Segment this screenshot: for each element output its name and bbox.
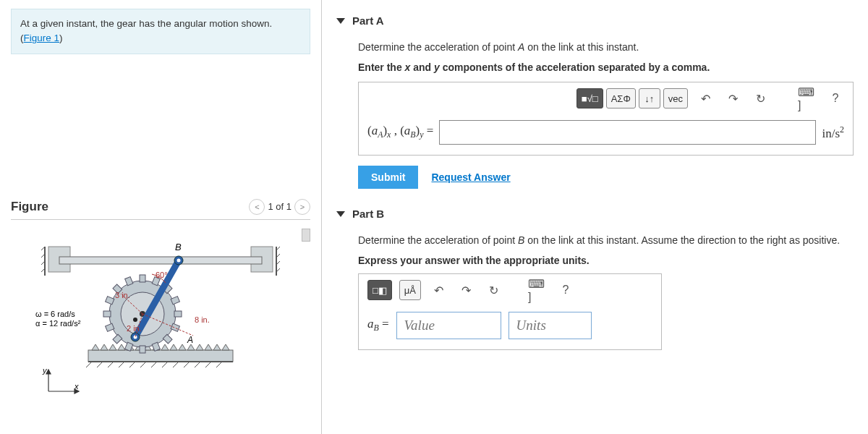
part-a-units: in/s2	[822, 124, 844, 141]
part-b-answer-box: □◧ μÅ ↶ ↷ ↻ ⌨ ] ? aB =	[358, 273, 662, 350]
svg-point-53	[177, 258, 181, 262]
subsup-button[interactable]: ↓↑	[639, 88, 660, 109]
svg-line-22	[162, 362, 168, 367]
pager-label: 1 of 1	[268, 201, 292, 212]
part-a-title: Part A	[352, 14, 384, 27]
units-b-button[interactable]: μÅ	[399, 280, 421, 300]
figure-title: Figure	[11, 200, 48, 214]
svg-line-20	[140, 362, 146, 367]
help-icon[interactable]: ?	[825, 88, 846, 109]
pager-prev-button[interactable]: <	[249, 199, 265, 215]
problem-intro: At a given instant, the gear has the ang…	[11, 9, 310, 54]
part-a-prompt1: Determine the acceleration of point A on…	[358, 41, 854, 53]
part-a-header[interactable]: Part A	[336, 9, 854, 33]
greek-button[interactable]: ΑΣΦ	[606, 88, 636, 109]
svg-rect-37	[140, 346, 145, 353]
templates-b-button[interactable]: □◧	[367, 280, 392, 300]
templates-button[interactable]: ■√□	[576, 88, 603, 109]
reset-b-icon[interactable]: ↻	[483, 280, 503, 300]
label-angle: 60°	[156, 271, 168, 279]
label-r1: 3 in.	[115, 291, 130, 299]
svg-rect-34	[171, 323, 179, 331]
collapse-icon	[336, 211, 345, 217]
svg-marker-60	[46, 370, 51, 374]
svg-rect-12	[59, 257, 262, 264]
figure-pager: < 1 of 1 >	[249, 199, 310, 215]
svg-line-21	[151, 362, 157, 367]
label-B: B	[175, 242, 182, 252]
undo-b-icon[interactable]: ↶	[428, 280, 448, 300]
svg-rect-32	[171, 296, 179, 304]
vec-button[interactable]: vec	[663, 88, 688, 109]
part-b-units-input[interactable]	[509, 312, 592, 339]
part-a-prompt2: Enter the x and y components of the acce…	[358, 61, 854, 73]
request-answer-link[interactable]: Request Answer	[431, 171, 510, 183]
svg-line-19	[129, 362, 135, 367]
reset-icon[interactable]: ↻	[750, 88, 770, 109]
svg-line-18	[119, 362, 124, 367]
redo-icon[interactable]: ↷	[723, 88, 743, 109]
collapse-icon	[336, 18, 345, 24]
part-a-answer-box: ■√□ ΑΣΦ ↓↑ vec ↶ ↷ ↻ ⌨ ] ? (aA)x , (aB)y…	[358, 82, 854, 156]
svg-rect-44	[125, 276, 133, 285]
part-b-title: Part B	[352, 208, 384, 220]
svg-rect-33	[174, 311, 182, 317]
svg-line-16	[97, 362, 103, 367]
svg-rect-29	[140, 275, 145, 282]
label-r3: 8 in.	[195, 315, 210, 324]
help-b-icon[interactable]: ?	[556, 280, 576, 300]
part-a-lhs: (aA)x , (aB)y =	[367, 124, 433, 140]
part-b-lhs: aB =	[367, 317, 389, 333]
part-b-value-input[interactable]	[396, 312, 501, 339]
part-b-prompt2: Express your answer with the appropriate…	[358, 255, 854, 266]
part-b-prompt1: Determine the acceleration of point B on…	[358, 234, 854, 246]
svg-line-26	[205, 362, 211, 367]
svg-rect-40	[106, 323, 114, 331]
scroll-handle[interactable]	[302, 229, 310, 242]
svg-point-47	[133, 318, 137, 322]
part-b-header[interactable]: Part B	[336, 202, 854, 226]
svg-rect-42	[106, 296, 114, 304]
intro-text-after: )	[59, 33, 63, 43]
svg-line-15	[86, 362, 92, 367]
label-A: A	[187, 335, 193, 345]
label-x: x	[74, 382, 79, 391]
svg-rect-41	[103, 311, 111, 317]
svg-line-24	[184, 362, 190, 367]
keyboard-b-icon[interactable]: ⌨ ]	[528, 280, 548, 300]
label-alpha: α = 12 rad/s²	[35, 319, 81, 328]
svg-line-17	[108, 362, 114, 367]
svg-line-27	[216, 362, 222, 367]
label-omega: ω = 6 rad/s	[35, 310, 75, 318]
pager-next-button[interactable]: >	[294, 199, 310, 215]
svg-line-25	[195, 362, 200, 367]
label-r2: 2 in.	[127, 324, 142, 333]
undo-icon[interactable]: ↶	[695, 88, 715, 109]
figure-link[interactable]: Figure 1	[24, 33, 60, 43]
submit-button[interactable]: Submit	[358, 166, 418, 189]
figure-diagram: O	[27, 229, 294, 395]
redo-b-icon[interactable]: ↷	[456, 280, 476, 300]
svg-line-23	[173, 362, 179, 367]
keyboard-icon[interactable]: ⌨ ]	[798, 88, 818, 109]
svg-rect-13	[88, 350, 233, 362]
part-a-answer-input[interactable]	[439, 120, 816, 145]
